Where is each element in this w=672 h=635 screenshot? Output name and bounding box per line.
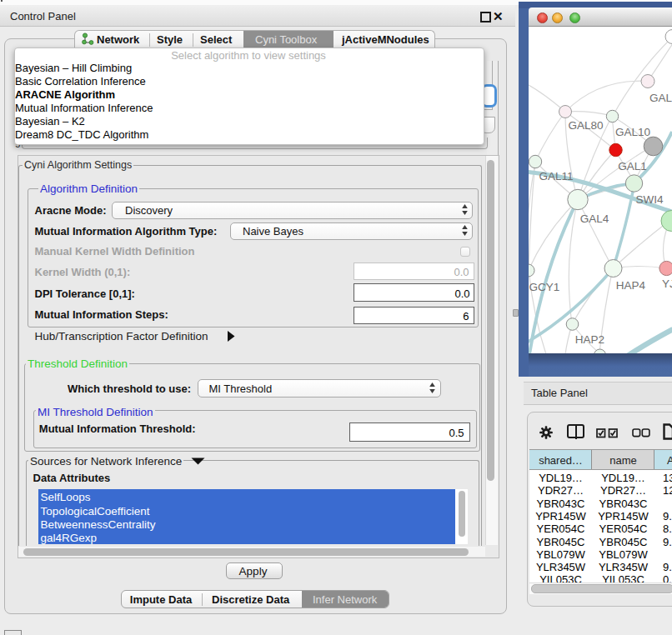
svg-text:HAP2: HAP2	[575, 333, 604, 346]
svg-text:SWI4: SWI4	[635, 193, 663, 206]
svg-text:GAL4: GAL4	[580, 212, 609, 225]
svg-text:HAP4: HAP4	[616, 279, 646, 292]
svg-text:GAL10: GAL10	[615, 126, 650, 138]
svg-text:YJL0: YJL0	[662, 278, 672, 290]
svg-text:GAL7: GAL7	[649, 92, 672, 104]
svg-text:GAL11: GAL11	[539, 170, 573, 182]
svg-text:GCY1: GCY1	[529, 281, 560, 293]
svg-text:GAL1: GAL1	[618, 160, 647, 172]
svg-text:GAL80: GAL80	[568, 119, 603, 132]
